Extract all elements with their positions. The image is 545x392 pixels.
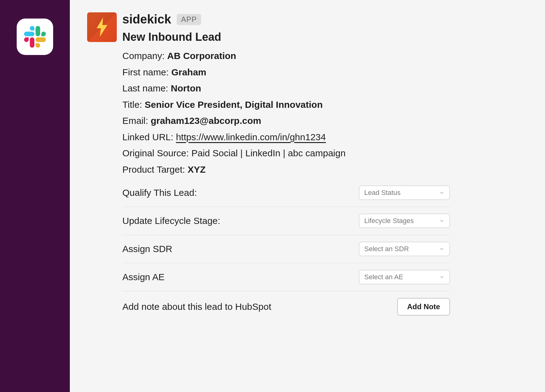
chevron-down-icon — [439, 274, 445, 280]
lifecycle-stage-select[interactable]: Lifecycle Stages — [359, 214, 450, 228]
field-linked-url: Linked URL: https://www.linkedin.com/in/… — [122, 129, 450, 145]
field-value: Senior Vice President, Digital Innovatio… — [145, 99, 323, 110]
sdr-select[interactable]: Select an SDR — [359, 242, 450, 256]
chevron-down-icon — [439, 190, 445, 196]
action-label: Add note about this lead to HubSpot — [122, 301, 271, 312]
action-label: Update Lifecycle Stage: — [122, 216, 220, 226]
field-value: XYZ — [188, 164, 205, 175]
field-label: Email: — [122, 116, 151, 126]
message-header: sidekick APP — [122, 12, 450, 26]
app-name[interactable]: sidekick — [122, 12, 171, 26]
field-value: Norton — [171, 83, 201, 93]
field-label: First name: — [122, 67, 171, 77]
ae-select[interactable]: Select an AE — [359, 270, 450, 284]
field-label: Last name: — [122, 83, 171, 93]
actions-block: Qualify This Lead: Lead Status Update Li… — [122, 186, 450, 322]
field-product-target: Product Target: XYZ — [122, 162, 450, 178]
assign-sdr-row: Assign SDR Select an SDR — [122, 235, 450, 263]
field-label: Product Target: — [122, 164, 188, 175]
add-note-button[interactable]: Add Note — [397, 298, 450, 315]
headline: New Inbound Lead — [122, 31, 450, 44]
svg-marker-0 — [97, 18, 107, 37]
action-label: Assign AE — [122, 272, 165, 282]
lightning-bolt-icon — [95, 18, 109, 37]
workspace-switcher[interactable] — [17, 19, 53, 55]
field-value: graham123@abcorp.com — [151, 116, 261, 126]
assign-ae-row: Assign AE Select an AE — [122, 263, 450, 291]
slack-logo-icon — [24, 26, 46, 48]
field-value: Paid Social | LinkedIn | abc campaign — [191, 148, 345, 158]
field-email: Email: graham123@abcorp.com — [122, 113, 450, 129]
select-placeholder: Lifecycle Stages — [364, 217, 414, 225]
field-label: Linked URL: — [122, 132, 176, 142]
message-body: sidekick APP New Inbound Lead Company: A… — [122, 12, 450, 322]
lifecycle-stage-row: Update Lifecycle Stage: Lifecycle Stages — [122, 207, 450, 235]
app-badge: APP — [177, 14, 201, 25]
field-label: Company: — [122, 51, 167, 61]
field-label: Original Source: — [122, 148, 191, 158]
field-company: Company: AB Corporation — [122, 48, 450, 64]
app-avatar[interactable] — [87, 12, 117, 42]
action-label: Assign SDR — [122, 244, 172, 254]
add-note-row: Add note about this lead to HubSpot Add … — [122, 291, 450, 322]
field-original-source: Original Source: Paid Social | LinkedIn … — [122, 145, 450, 162]
select-placeholder: Select an SDR — [364, 245, 409, 253]
action-label: Qualify This Lead: — [122, 188, 197, 198]
qualify-lead-row: Qualify This Lead: Lead Status — [122, 186, 450, 207]
linkedin-link[interactable]: https://www.linkedin.com/in/ghn1234 — [176, 132, 326, 142]
field-first-name: First name: Graham — [122, 64, 450, 81]
select-placeholder: Select an AE — [364, 273, 403, 281]
chevron-down-icon — [439, 246, 445, 252]
lead-status-select[interactable]: Lead Status — [359, 186, 450, 200]
field-title: Title: Senior Vice President, Digital In… — [122, 97, 450, 113]
slack-message: sidekick APP New Inbound Lead Company: A… — [87, 12, 533, 322]
workspace-sidebar — [0, 0, 70, 392]
field-label: Title: — [122, 99, 145, 110]
select-placeholder: Lead Status — [364, 189, 400, 197]
field-last-name: Last name: Norton — [122, 80, 450, 97]
field-value: Graham — [171, 67, 206, 77]
chevron-down-icon — [439, 218, 445, 224]
field-value: AB Corporation — [167, 51, 236, 61]
message-pane: sidekick APP New Inbound Lead Company: A… — [70, 0, 545, 392]
